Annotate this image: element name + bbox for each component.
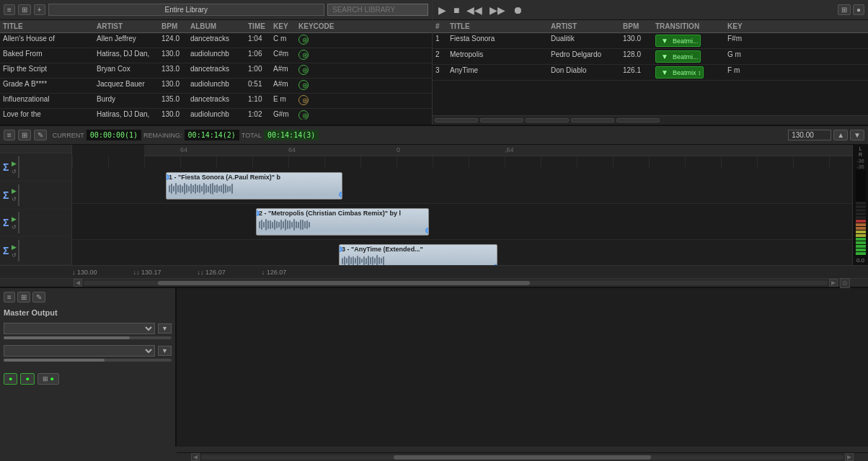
remaining-label: REMAINING: <box>143 132 182 139</box>
record-btn[interactable]: ⏺ <box>510 4 525 16</box>
timeline-area[interactable]: 64 64 0 ,64 1 - "Fiesta Sonora (A.Paul R… <box>72 145 852 265</box>
ch2-fader[interactable] <box>4 359 172 362</box>
mixer-monitor-btn2[interactable]: ● <box>20 373 34 385</box>
table-row[interactable]: Love for the Hatiras, DJ Dan, 130.0 audi… <box>0 109 432 120</box>
bottom-scrollbar-track[interactable] <box>201 455 843 460</box>
tl-edit-btn[interactable]: ✎ <box>34 130 47 140</box>
playlist-settings-btn[interactable]: ● <box>853 4 864 15</box>
bottom-scroll-left-btn[interactable]: ◀ <box>191 453 200 461</box>
bpm-markers: ↓ 130.00 ↓↓ 130.17 ↓↓ 126.07 ↓ 126.07 <box>0 265 868 278</box>
empty-area: ◀ ▶ <box>177 288 868 447</box>
ch1-expand-btn[interactable]: ▼ <box>158 323 172 334</box>
play-btn[interactable]: ▶ <box>436 4 448 16</box>
tl-grid-btn[interactable]: ⊞ <box>18 130 31 140</box>
table-row[interactable]: Grade A B**** Jacquez Bauer 130.0 audiol… <box>0 79 432 94</box>
table-row[interactable]: Baked From Hatiras, DJ Dan, 130.0 audiol… <box>0 48 432 63</box>
vu-seg-1 <box>856 252 866 255</box>
table-row[interactable]: Allen's House of Allen Jeffrey 124.0 dan… <box>0 33 432 48</box>
mixer-toolbar: ≡ ⊞ ✎ <box>4 292 172 303</box>
playlist-toolbar: ▶ ■ ◀◀ ▶▶ ⏺ ⊞ ● <box>433 0 868 20</box>
col-keycode: KEYCODE <box>296 22 332 31</box>
scroll-left-btn[interactable]: ◀ <box>74 279 82 287</box>
bpm-marker-3: ↓↓ 126.07 <box>198 269 226 276</box>
timeline-scrollbar[interactable]: ◀ ▶ ⊙ <box>0 278 868 287</box>
clip-1-label: 1 - "Fiesta Sonora (A.Paul Remix)" b <box>167 173 342 182</box>
timeline-zoom-btn[interactable]: ⊙ <box>840 278 850 288</box>
top-panel: ≡ ⊞ + Entire Library TITLE ARTIST BPM AL… <box>0 0 868 126</box>
vu-seg-4 <box>856 241 866 244</box>
vu-bar-container <box>856 170 866 256</box>
ruler-mark-2: 64 <box>288 146 296 153</box>
mixer-list-btn[interactable]: ≡ <box>4 292 15 303</box>
table-header: TITLE ARTIST BPM ALBUM TIME KEY KEYCODE <box>0 20 432 33</box>
playlist-header: # TITLE ARTIST BPM TRANSITION KEY <box>433 20 868 33</box>
bpm-down-btn[interactable]: ▼ <box>850 130 864 140</box>
ph-artist: ARTIST <box>548 22 620 31</box>
col-album: ALBUM <box>187 22 245 31</box>
playlist-row[interactable]: 1 Fiesta Sonora Dualitik 130.0 ▼Beatmi..… <box>433 33 868 49</box>
scrollbar-thumb[interactable] <box>158 281 530 285</box>
ch1-fader[interactable] <box>4 336 172 339</box>
playlist-options-btn[interactable]: ⊞ <box>838 4 851 15</box>
playlist-row[interactable]: 2 Metropolis Pedro Delgardo 128.0 ▼Beatm… <box>433 49 868 65</box>
playlist-panel: ▶ ■ ◀◀ ▶▶ ⏺ ⊞ ● # TITLE ARTIST BPM TRANS… <box>433 0 868 125</box>
track-clip-2[interactable]: 2 - "Metropolis (Christian Cimbas Remix)… <box>256 208 429 236</box>
bottom-scroll-right-btn[interactable]: ▶ <box>845 453 854 461</box>
vu-seg-6 <box>856 234 866 237</box>
scroll-right-btn[interactable]: ▶ <box>829 279 838 287</box>
vu-seg-inactive-4 <box>856 205 866 208</box>
clip-2-handle-end[interactable] <box>425 228 429 233</box>
channel-2-dropdown[interactable] <box>4 345 155 357</box>
timeline-content: Σ ▶ ↺ Σ ▶ ↺ Σ <box>0 145 868 265</box>
clip-2-label: 2 - "Metropolis (Christian Cimbas Remix)… <box>257 209 428 218</box>
bottom-scrollbar[interactable]: ◀ ▶ <box>177 452 868 461</box>
rewind-btn[interactable]: ◀◀ <box>464 4 484 16</box>
clip-1-handle-end[interactable] <box>339 192 342 197</box>
add-track-btn[interactable]: + <box>34 4 45 15</box>
mixer-edit-btn[interactable]: ✎ <box>32 292 45 303</box>
bottom-panel: ≡ ⊞ ✎ Master Output ▼ ▼ <box>0 288 868 447</box>
vu-seg-inactive-1 <box>856 216 866 219</box>
table-body: Allen's House of Allen Jeffrey 124.0 dan… <box>0 33 432 120</box>
mixer-display-btn[interactable]: ⊞ ● <box>37 373 59 385</box>
playlist-row[interactable]: 3 AnyTime Don Diablo 126.1 ▼Beatmix ↕ F … <box>433 65 868 81</box>
bottom-scrollbar-thumb[interactable] <box>394 455 650 460</box>
clip-3-handle-end[interactable] <box>494 264 497 265</box>
ruler-mark-1: 64 <box>180 146 187 153</box>
forward-btn[interactable]: ▶▶ <box>487 4 508 16</box>
track-clip-1[interactable]: 1 - "Fiesta Sonora (A.Paul Remix)" b <box>166 172 342 200</box>
stop-btn[interactable]: ■ <box>451 4 461 16</box>
track-label-3: Σ ▶ ↺ <box>0 210 71 238</box>
current-time: 00:00:00(1) <box>87 130 141 140</box>
list-view-btn[interactable]: ≡ <box>4 4 15 15</box>
library-dropdown[interactable]: Entire Library <box>48 4 324 16</box>
tl-list-btn[interactable]: ≡ <box>4 130 15 140</box>
table-row[interactable]: Flip the Script Bryan Cox 133.0 dancetra… <box>0 63 432 79</box>
mixer-channel-1: ▼ <box>4 323 172 341</box>
channel-1-dropdown[interactable] <box>4 323 155 334</box>
ph-key: KEY <box>725 22 753 31</box>
vu-seg-5 <box>856 238 866 241</box>
track-lane-1[interactable]: 1 - "Fiesta Sonora (A.Paul Remix)" b <box>72 168 852 204</box>
grid-view-btn[interactable]: ⊞ <box>18 4 31 15</box>
search-input[interactable] <box>327 4 428 16</box>
bpm-marker-1: ↓ 130.00 <box>72 269 97 276</box>
table-row[interactable]: Influenzational Burdy 135.0 dancetracks … <box>0 94 432 109</box>
ph-bpm: BPM <box>620 22 652 31</box>
track-lane-2[interactable]: 2 - "Metropolis (Christian Cimbas Remix)… <box>72 204 852 240</box>
mixer-monitor-btn1[interactable]: ● <box>4 373 17 385</box>
bpm-input[interactable] <box>788 130 831 140</box>
ph-title: TITLE <box>447 22 548 31</box>
track-clip-3[interactable]: 3 - "AnyTime (Extended..." <box>339 244 497 265</box>
bpm-up-btn[interactable]: ▲ <box>833 130 848 140</box>
track-label-4: Σ ▶ ↺ <box>0 237 71 265</box>
vu-seg-inactive-3 <box>856 209 866 212</box>
col-time: TIME <box>245 22 270 31</box>
col-key: KEY <box>270 22 296 31</box>
ch2-expand-btn[interactable]: ▼ <box>158 346 172 356</box>
mixer-grid-btn[interactable]: ⊞ <box>17 292 30 303</box>
scrollbar-track[interactable] <box>84 281 828 285</box>
track-lane-3[interactable]: 3 - "AnyTime (Extended..." <box>72 240 852 265</box>
timeline-panel: ≡ ⊞ ✎ CURRENT 00:00:00(1) REMAINING: 00:… <box>0 126 868 288</box>
clip-3-waveform <box>341 254 495 265</box>
